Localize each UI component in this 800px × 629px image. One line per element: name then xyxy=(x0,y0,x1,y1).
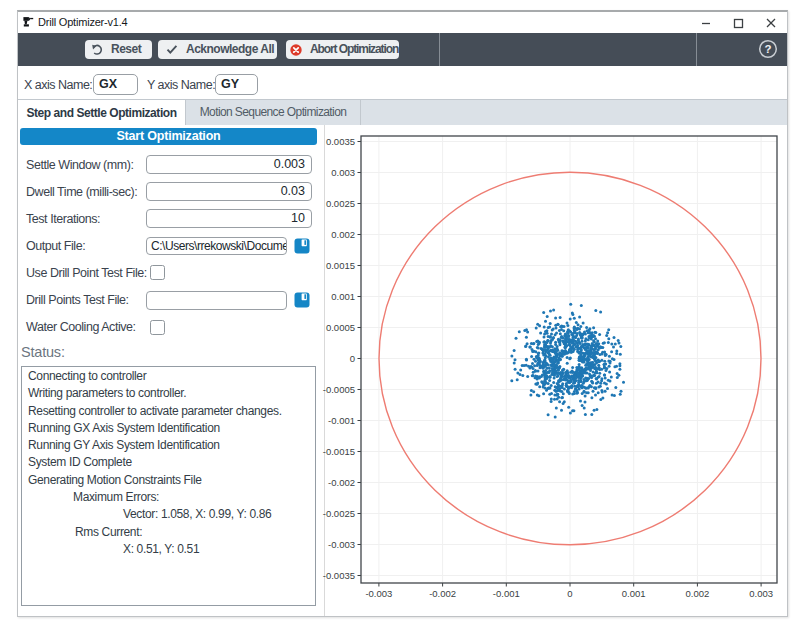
svg-text:-0.0015: -0.0015 xyxy=(323,446,355,457)
svg-text:-0.0035: -0.0035 xyxy=(323,570,355,581)
svg-text:0.0025: 0.0025 xyxy=(326,198,355,209)
svg-text:-0.001: -0.001 xyxy=(493,588,520,599)
svg-text:0.0015: 0.0015 xyxy=(326,260,355,271)
svg-text:-0.003: -0.003 xyxy=(328,539,355,550)
svg-text:0.001: 0.001 xyxy=(622,588,646,599)
svg-text:0.0035: 0.0035 xyxy=(326,136,355,147)
svg-text:-0.0005: -0.0005 xyxy=(323,384,355,395)
svg-text:0: 0 xyxy=(350,353,355,364)
svg-text:0.0005: 0.0005 xyxy=(326,322,355,333)
svg-text:0.002: 0.002 xyxy=(686,588,710,599)
svg-text:0: 0 xyxy=(567,588,572,599)
svg-text:-0.0025: -0.0025 xyxy=(323,508,355,519)
svg-text:?: ? xyxy=(764,43,771,55)
svg-text:-0.002: -0.002 xyxy=(429,588,456,599)
svg-text:0.003: 0.003 xyxy=(331,167,355,178)
svg-text:0.003: 0.003 xyxy=(749,588,773,599)
svg-text:-0.001: -0.001 xyxy=(328,415,355,426)
svg-text:0.001: 0.001 xyxy=(331,291,355,302)
svg-text:-0.003: -0.003 xyxy=(365,588,392,599)
svg-text:-0.002: -0.002 xyxy=(328,477,355,488)
svg-text:0.002: 0.002 xyxy=(331,229,355,240)
